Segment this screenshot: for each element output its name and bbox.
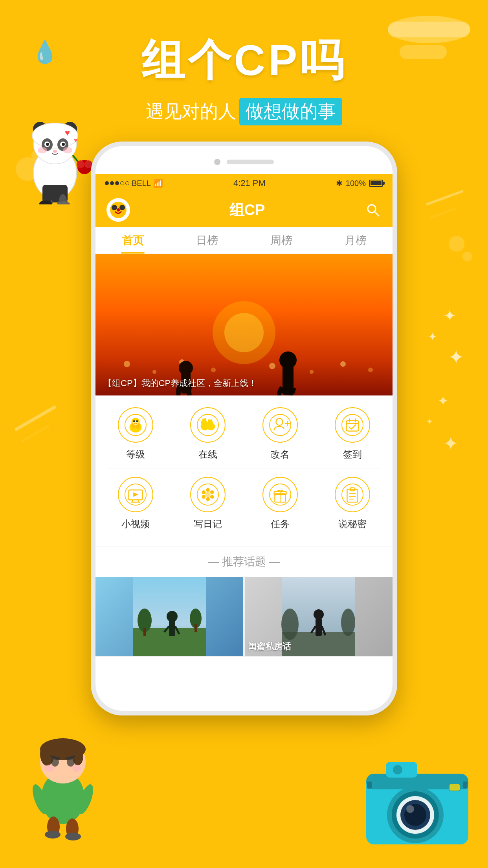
svg-point-133 [71,765,81,772]
icon-diary[interactable]: 写日记 [176,473,239,534]
svg-point-33 [119,205,125,210]
icon-checkin[interactable]: 签到 [321,403,384,465]
svg-point-28 [59,194,67,204]
signal-dots [105,181,129,185]
svg-point-144 [387,787,444,843]
divider-1 [107,469,381,469]
svg-point-68 [210,419,213,423]
rename-icon [262,407,298,443]
battery-icon [369,180,383,187]
main-title: 组个CP吗 [141,31,347,90]
icon-task[interactable]: 任务 [249,473,312,534]
svg-point-140 [75,783,96,816]
svg-point-124 [40,740,86,783]
tab-daily[interactable]: 日榜 [170,227,244,254]
svg-point-70 [276,419,283,425]
svg-point-59 [136,420,138,422]
svg-point-41 [152,370,156,374]
svg-point-152 [393,765,402,774]
search-button[interactable] [364,201,382,219]
recommend-card-2[interactable]: 闺蜜私房话 [245,577,393,656]
battery-percent: 100% [346,179,366,188]
card-label-secret: 闺蜜私房话 [248,641,291,653]
banner-image[interactable]: 【组CP】我的CP养成社区，全新上线！ [95,254,393,395]
phone-speaker [227,160,274,164]
svg-point-149 [406,805,414,813]
status-bar: BELL 📶 4:21 PM ✱ 100% [95,174,393,193]
icon-row-2: 小视频 [99,473,389,534]
task-icon [262,477,298,512]
svg-point-136 [66,818,79,839]
tab-monthly[interactable]: 月榜 [318,227,393,254]
svg-point-29 [39,200,52,204]
svg-rect-141 [366,774,468,844]
svg-point-120 [281,609,299,640]
time-display: 4:21 PM [233,178,266,188]
svg-point-90 [202,495,206,499]
nav-tabs: 首页 日榜 周榜 月榜 [95,227,393,254]
svg-rect-154 [463,782,468,789]
recommend-card-1[interactable] [95,577,243,656]
carrier-name: BELL [132,179,151,188]
svg-point-67 [208,419,210,423]
svg-rect-107 [169,620,175,636]
svg-rect-117 [316,618,322,636]
svg-point-138 [65,833,81,840]
svg-point-106 [167,611,178,622]
front-camera [214,159,220,165]
svg-point-32 [112,205,117,210]
task-label: 任务 [271,518,290,530]
svg-point-91 [210,495,214,499]
svg-point-30 [57,201,70,204]
svg-point-123 [42,778,83,824]
recommend-grid: 闺蜜私房话 [95,577,393,657]
icon-video[interactable]: 小视频 [104,473,167,534]
svg-line-130 [51,756,59,758]
rename-label: 改名 [271,448,290,461]
icon-row-1: 等级 在线 [99,403,389,465]
svg-point-27 [43,193,51,204]
svg-point-58 [133,420,135,422]
app-logo[interactable] [106,198,130,222]
icon-secret[interactable]: 说秘密 [321,473,384,534]
svg-rect-74 [347,420,359,431]
svg-marker-83 [133,492,139,497]
svg-point-26 [57,200,68,204]
svg-point-128 [51,757,59,767]
video-label: 小视频 [121,518,150,530]
icon-level[interactable]: 等级 [104,403,167,465]
subtitle-highlight: 做想做的事 [239,98,342,125]
svg-rect-153 [367,782,372,789]
subtitle-bar: 遇见对的人 做想做的事 [146,98,342,125]
svg-point-122 [41,772,84,823]
svg-point-88 [202,490,206,494]
icon-grid: 等级 在线 [95,395,393,546]
checkin-icon [335,407,370,443]
svg-rect-111 [143,628,146,636]
svg-rect-5 [42,185,68,202]
svg-point-134 [58,766,74,777]
tab-weekly[interactable]: 周榜 [244,227,318,254]
svg-point-44 [269,363,275,369]
online-icon [190,407,226,443]
svg-point-39 [224,313,264,352]
level-icon [118,407,153,443]
icon-online[interactable]: 在线 [176,403,239,465]
svg-point-127 [72,747,83,765]
tab-home[interactable]: 首页 [95,227,170,254]
svg-point-125 [40,738,86,760]
svg-point-46 [340,361,346,367]
camera-decoration [358,750,476,852]
bottom-boy-character [8,695,118,844]
checkin-label: 签到 [343,448,362,461]
diary-icon [190,477,226,512]
level-label: 等级 [126,448,145,461]
secret-label: 说秘密 [338,518,367,530]
app-title-text: 组CP [229,200,265,220]
svg-point-43 [211,368,216,372]
icon-rename[interactable]: 改名 [249,403,312,465]
svg-point-40 [124,361,130,367]
svg-point-45 [310,370,314,374]
svg-point-47 [368,368,373,372]
svg-point-129 [67,757,75,767]
